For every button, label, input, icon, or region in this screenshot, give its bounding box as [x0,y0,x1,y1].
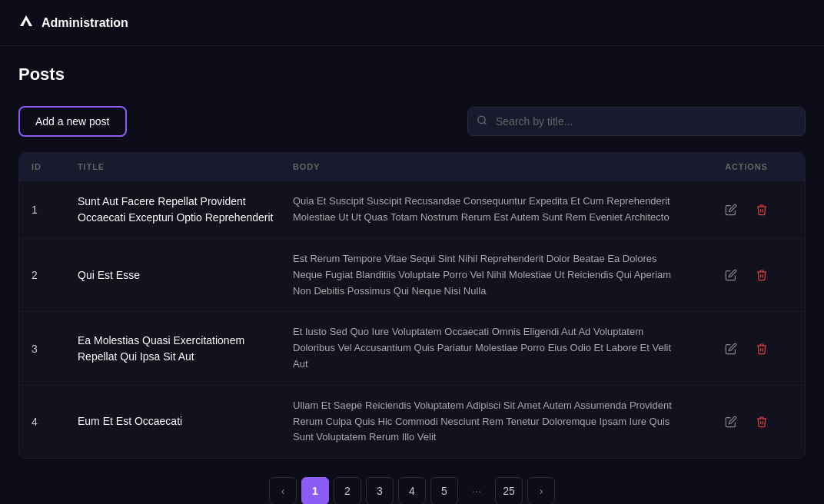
delete-button[interactable] [753,266,771,284]
table-row: 1 Sunt Aut Facere Repellat Provident Occ… [19,181,805,239]
cell-id: 4 [32,416,78,428]
main-content: Posts Add a new post ID TITLE BODY ACTIO… [0,46,824,504]
cell-title: Qui Est Esse [78,267,293,284]
cell-body: Et Iusto Sed Quo Iure Voluptatem Occaeca… [293,324,700,372]
delete-button[interactable] [753,340,771,358]
pagination-page-1[interactable]: 1 [301,477,329,504]
toolbar: Add a new post [18,106,806,137]
pagination-page-last[interactable]: 25 [495,477,523,504]
search-icon [477,115,487,128]
svg-line-1 [484,122,487,124]
table-row: 2 Qui Est Esse Est Rerum Tempore Vitae S… [19,239,805,312]
cell-id: 3 [32,343,78,355]
add-post-button[interactable]: Add a new post [18,106,127,137]
pagination-page-5[interactable]: 5 [430,477,458,504]
col-header-title: TITLE [78,162,293,171]
table-body: 1 Sunt Aut Facere Repellat Provident Occ… [19,181,805,458]
pagination-page-4[interactable]: 4 [398,477,426,504]
edit-button[interactable] [722,266,740,284]
col-header-id: ID [32,162,78,171]
pagination: ‹ 1 2 3 4 5 ··· 25 › [18,459,806,504]
page-title: Posts [18,65,806,85]
pagination-prev[interactable]: ‹ [269,477,297,504]
cell-id: 1 [32,204,78,216]
cell-actions [700,413,792,431]
table-header: ID TITLE BODY ACTIONS [19,153,805,181]
cell-body: Quia Et Suscipit Suscipit Recusandae Con… [293,194,700,226]
cell-actions [700,266,792,284]
col-header-actions: ACTIONS [700,162,792,171]
col-header-body: BODY [293,162,700,171]
table-row: 3 Ea Molestias Quasi Exercitationem Repe… [19,312,805,385]
delete-button[interactable] [753,201,771,219]
cell-body: Est Rerum Tempore Vitae Sequi Sint Nihil… [293,251,700,299]
cell-body: Ullam Et Saepe Reiciendis Voluptatem Adi… [293,398,700,446]
pagination-page-2[interactable]: 2 [334,477,361,504]
app-title: Administration [42,16,128,30]
svg-point-0 [478,116,485,123]
search-container [467,107,806,136]
app-header: Administration [0,0,824,46]
cell-title: Eum Et Est Occaecati [78,413,293,429]
pagination-page-3[interactable]: 3 [366,477,394,504]
cell-id: 2 [32,269,78,281]
cell-title: Ea Molestias Quasi Exercitationem Repell… [78,333,293,365]
cell-actions [700,340,792,358]
pagination-dots: ··· [463,477,490,504]
edit-button[interactable] [722,413,740,431]
table-row: 4 Eum Et Est Occaecati Ullam Et Saepe Re… [19,386,805,458]
pagination-next[interactable]: › [527,477,555,504]
posts-table: ID TITLE BODY ACTIONS 1 Sunt Aut Facere … [18,152,806,459]
logo-container: Administration [18,13,128,32]
cell-actions [700,201,792,219]
edit-button[interactable] [722,340,740,358]
cell-title: Sunt Aut Facere Repellat Provident Occae… [78,194,293,226]
edit-button[interactable] [722,201,740,219]
search-input[interactable] [467,107,806,136]
delete-button[interactable] [753,413,771,431]
logo-icon [18,13,34,32]
